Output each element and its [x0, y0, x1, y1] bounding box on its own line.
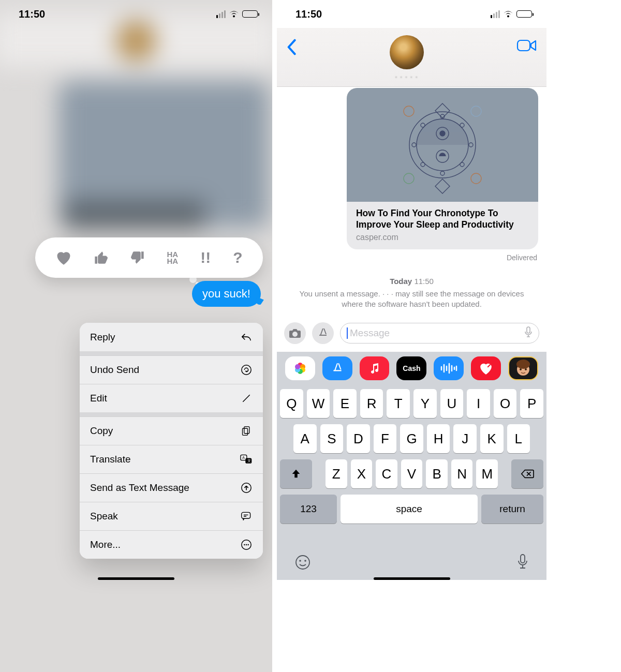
message-text: you suck! — [202, 287, 250, 300]
key-m[interactable]: M — [476, 459, 498, 488]
ctx-more[interactable]: More... — [80, 530, 263, 559]
app-photos[interactable] — [285, 356, 315, 380]
key-e[interactable]: E — [333, 389, 357, 418]
ctx-speak[interactable]: Speak — [80, 502, 263, 530]
key-n[interactable]: N — [451, 459, 473, 488]
key-f[interactable]: F — [374, 424, 397, 453]
emoji-button[interactable] — [294, 554, 311, 573]
camera-button[interactable] — [284, 322, 306, 344]
text-cursor — [347, 327, 348, 339]
key-y[interactable]: Y — [413, 389, 437, 418]
nav-header: · · · · · — [277, 28, 546, 87]
svg-point-21 — [412, 143, 416, 147]
key-t[interactable]: T — [387, 389, 410, 418]
tapback-exclaim[interactable]: !! — [200, 249, 211, 266]
contact-avatar[interactable] — [390, 35, 424, 69]
tapback-heart[interactable] — [56, 250, 71, 265]
key-q[interactable]: Q — [280, 389, 303, 418]
ctx-reply-label: Reply — [90, 332, 115, 343]
speak-icon — [240, 510, 253, 522]
key-s[interactable]: S — [320, 424, 344, 453]
ctx-translate[interactable]: Translate A文 — [80, 445, 263, 473]
ctx-more-label: More... — [90, 539, 121, 550]
tapback-bar: HA HA !! ? — [35, 237, 263, 278]
imessage-app-strip: Cash — [277, 352, 546, 385]
tapback-question[interactable]: ? — [233, 249, 242, 266]
svg-text:文: 文 — [247, 459, 251, 462]
dictation-button[interactable] — [516, 554, 529, 573]
appstore-button[interactable] — [312, 322, 334, 344]
svg-rect-1 — [244, 427, 249, 434]
app-cash[interactable]: Cash — [396, 356, 426, 380]
key-shift[interactable] — [280, 459, 312, 488]
unsent-notice: You unsent a message. · · · may still se… — [289, 289, 534, 310]
key-g[interactable]: G — [400, 424, 423, 453]
svg-point-49 — [296, 556, 309, 569]
key-j[interactable]: J — [453, 424, 477, 453]
message-field[interactable]: Message — [340, 323, 539, 344]
undo-icon — [240, 364, 253, 376]
key-b[interactable]: B — [426, 459, 448, 488]
ctx-edit-label: Edit — [90, 393, 107, 404]
key-o[interactable]: O — [494, 389, 517, 418]
ctx-send-as-text[interactable]: Send as Text Message — [80, 473, 263, 502]
link-preview-card[interactable]: How To Find Your Chronotype To Improve Y… — [347, 88, 538, 249]
svg-point-27 — [404, 106, 414, 116]
left-screenshot: 11:50 HA HA !! ? — [0, 0, 272, 672]
ctx-undo-send-label: Undo Send — [90, 364, 139, 376]
key-x[interactable]: X — [351, 459, 373, 488]
link-preview-domain: casper.com — [356, 233, 529, 242]
svg-point-17 — [440, 131, 445, 136]
key-w[interactable]: W — [307, 389, 330, 418]
key-space[interactable]: space — [341, 495, 478, 524]
app-memoji[interactable] — [508, 356, 538, 380]
wifi-icon — [503, 10, 513, 18]
tapback-thumbs-up[interactable] — [94, 250, 108, 265]
key-p[interactable]: P — [520, 389, 543, 418]
signal-icon — [491, 10, 500, 18]
key-z[interactable]: Z — [326, 459, 347, 488]
key-a[interactable]: A — [293, 424, 317, 453]
key-v[interactable]: V — [401, 459, 423, 488]
app-audio[interactable] — [434, 356, 464, 380]
key-c[interactable]: C — [376, 459, 397, 488]
key-h[interactable]: H — [427, 424, 450, 453]
ctx-undo-send[interactable]: Undo Send — [80, 355, 263, 384]
svg-rect-8 — [242, 512, 250, 518]
key-delete[interactable] — [511, 459, 543, 488]
facetime-button[interactable] — [516, 33, 537, 55]
key-k[interactable]: K — [480, 424, 504, 453]
ctx-edit[interactable]: Edit — [80, 384, 263, 412]
key-d[interactable]: D — [347, 424, 370, 453]
translate-icon: A文 — [240, 453, 253, 466]
svg-point-25 — [421, 162, 425, 167]
ctx-reply[interactable]: Reply — [80, 323, 263, 351]
tapback-thumbs-down[interactable] — [130, 250, 145, 265]
home-indicator — [374, 577, 450, 580]
link-preview-title: How To Find Your Chronotype To Improve Y… — [356, 208, 529, 231]
signal-icon — [216, 10, 226, 18]
status-time: 11:50 — [19, 8, 45, 20]
context-menu: Reply Undo Send Edit Copy Translate A文 — [80, 323, 263, 559]
key-l[interactable]: L — [507, 424, 530, 453]
battery-icon — [242, 10, 258, 18]
back-button[interactable] — [286, 33, 297, 60]
svg-point-10 — [244, 544, 245, 545]
key-return[interactable]: return — [481, 495, 543, 524]
tapback-haha[interactable]: HA HA — [167, 251, 179, 265]
selected-message-bubble[interactable]: you suck! — [192, 281, 261, 307]
app-music[interactable] — [360, 356, 390, 380]
key-123[interactable]: 123 — [280, 495, 337, 524]
copy-icon — [240, 425, 253, 437]
svg-rect-31 — [527, 327, 530, 333]
app-appstore[interactable] — [322, 356, 352, 380]
svg-point-47 — [520, 368, 522, 370]
key-u[interactable]: U — [440, 389, 464, 418]
svg-point-23 — [421, 123, 425, 127]
key-i[interactable]: I — [467, 389, 490, 418]
key-r[interactable]: R — [360, 389, 383, 418]
conversation-timestamp: Today 11:50 — [277, 277, 546, 286]
dictate-icon[interactable] — [524, 326, 533, 340]
ctx-copy[interactable]: Copy — [80, 416, 263, 445]
app-digital-touch[interactable] — [471, 356, 501, 380]
